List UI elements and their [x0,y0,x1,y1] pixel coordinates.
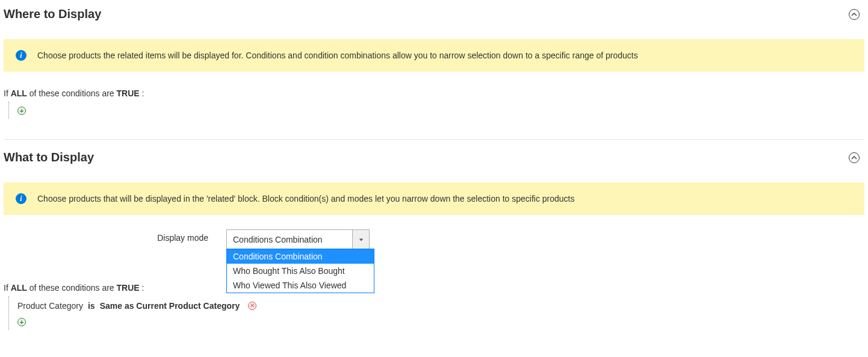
section-title-what: What to Display [4,151,94,164]
svg-marker-0 [359,238,362,241]
display-mode-select[interactable]: Conditions Combination [226,229,370,249]
cond-prefix: If [4,88,8,98]
cond-middle: of these conditions are [29,88,114,98]
info-box-what: i Choose products that will be displayed… [4,182,864,215]
display-mode-value: Conditions Combination [227,230,352,249]
info-text-what: Choose products that will be displayed i… [37,194,575,203]
display-mode-label: Display mode [4,229,226,243]
section-divider [4,139,864,140]
section-title-where: Where to Display [4,7,101,21]
cond-aggregator[interactable]: ALL [11,88,27,98]
rule-attribute[interactable]: Product Category [17,301,83,311]
collapse-icon[interactable] [849,152,860,163]
section-header-what: What to Display [4,148,864,176]
dropdown-option[interactable]: Who Bought This Also Bought [227,264,374,278]
cond-aggregator[interactable]: ALL [11,283,27,293]
collapse-icon[interactable] [849,9,860,20]
condition-rule-row: Product Category is Same as Current Prod… [17,300,864,317]
chevron-down-icon [352,230,369,249]
cond-value[interactable]: TRUE [117,88,140,98]
condition-line-what: If ALL of these conditions are TRUE : [4,281,864,296]
display-mode-row: Display mode Conditions Combination Cond… [4,229,864,249]
display-mode-dropdown: Conditions Combination Who Bought This A… [226,249,374,293]
dropdown-option[interactable]: Who Viewed This Also Viewed [227,278,374,293]
condition-tree-what: Product Category is Same as Current Prod… [8,296,864,330]
dropdown-option[interactable]: Conditions Combination [227,249,374,264]
rule-operator[interactable]: is [88,301,95,311]
cond-prefix: If [4,283,8,293]
info-icon: i [16,193,26,204]
rule-value[interactable]: Same as Current Product Category [100,301,240,311]
cond-middle: of these conditions are [29,283,114,293]
add-condition-icon[interactable]: + [17,318,26,326]
info-box-where: i Choose products the related items will… [4,39,864,72]
info-text-where: Choose products the related items will b… [37,51,638,60]
section-header-where: Where to Display [4,5,864,33]
cond-suffix: : [142,88,144,98]
cond-suffix: : [142,283,144,293]
condition-line-where: If ALL of these conditions are TRUE : [4,86,864,102]
condition-tree-where: + [8,102,864,119]
remove-condition-icon[interactable]: ✕ [248,302,256,310]
info-icon: i [16,50,26,61]
display-mode-select-wrap: Conditions Combination Conditions Combin… [226,229,370,249]
cond-value[interactable]: TRUE [117,283,140,293]
add-condition-icon[interactable]: + [17,107,26,115]
